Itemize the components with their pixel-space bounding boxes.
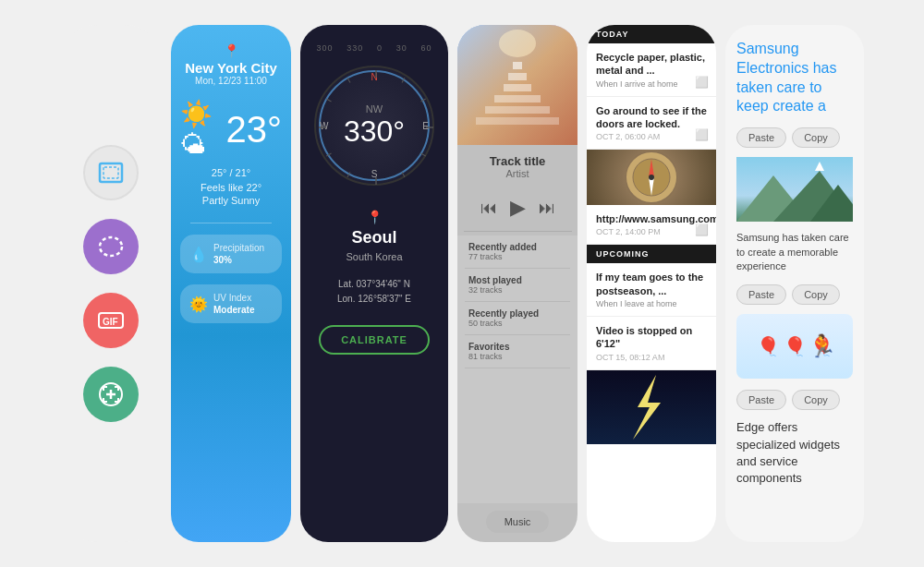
compass-city: Seoul <box>351 228 396 247</box>
svg-line-7 <box>402 78 405 82</box>
weather-main-display: ☀️🌤 23° <box>180 99 282 160</box>
weather-precipitation: 💧 Precipitation 30% <box>180 235 282 273</box>
edge-btn-row-3: Paste Copy <box>736 390 853 410</box>
compass-degrees-display: 330° <box>344 115 405 149</box>
music-playlist: Recently added 77 tracks Most played 32 … <box>457 235 578 503</box>
edge-mountain-image <box>736 157 853 222</box>
panel-compass: 300 330 0 30 60 N S E W NW 330° <box>300 25 448 542</box>
music-artist: Artist <box>457 168 578 179</box>
playlist-item-most-played[interactable]: Most played 32 tracks <box>465 269 570 302</box>
cal-item-2[interactable]: Go around to see if the doors are locked… <box>587 97 716 151</box>
uv-value: Moderate <box>213 304 254 316</box>
compass-latitude: Lat. 037°34'46" N <box>338 277 410 292</box>
compass-country: South Korea <box>346 251 402 262</box>
svg-rect-21 <box>494 95 541 103</box>
precipitation-label: Precipitation <box>213 242 264 254</box>
music-library-button[interactable]: Music <box>486 511 550 533</box>
svg-point-2 <box>100 237 122 256</box>
repeat-icon-1: ⬜ <box>695 76 709 89</box>
panel-music: Track title Artist ⏮ ▶ ⏭ Recently added … <box>457 25 578 542</box>
svg-rect-23 <box>508 73 527 80</box>
uv-label: UV Index <box>213 292 254 304</box>
oval-screenshot-button[interactable] <box>83 219 139 274</box>
svg-rect-22 <box>504 84 531 91</box>
compass-display: N S E W NW 330° <box>314 66 434 186</box>
compass-direction: NW <box>344 103 405 115</box>
album-art <box>457 25 578 145</box>
weather-icon: ☀️🌤 <box>180 99 223 160</box>
playlist-item-recently-added[interactable]: Recently added 77 tracks <box>465 235 570 269</box>
cal-compass-image <box>587 150 716 205</box>
svg-line-11 <box>402 172 405 176</box>
smart-select-button[interactable] <box>83 367 139 422</box>
svg-line-10 <box>420 153 425 156</box>
edge-btn-row-1: Paste Copy <box>736 127 853 148</box>
panel-calendar: TODAY Recycle paper, plastic, metal and … <box>587 25 716 542</box>
repeat-icon-3: ⬜ <box>695 223 709 236</box>
copy-button-1[interactable]: Copy <box>792 127 840 148</box>
panel-screenshot-tools: GIF <box>60 25 162 542</box>
compass-thumb <box>624 150 679 205</box>
calibrate-button[interactable]: CALIBRATE <box>319 325 430 355</box>
weather-divider <box>190 223 272 223</box>
mountain-svg <box>736 157 853 222</box>
weather-uv: 🌞 UV Index Moderate <box>180 284 282 323</box>
svg-rect-19 <box>476 117 559 125</box>
balloon-orange: 🎈 <box>784 335 807 357</box>
music-track-title: Track title <box>457 154 578 168</box>
gif-record-button[interactable]: GIF <box>83 293 139 348</box>
repeat-icon-2: ⬜ <box>695 128 709 141</box>
compass-outer-ring: N S E W NW 330° <box>314 66 434 186</box>
compass-longitude: Lon. 126°58'37" E <box>337 292 411 307</box>
compass-location-pin-icon: 📍 <box>367 210 383 224</box>
cal-item-3[interactable]: http://www.samsung.com OCT 2, 14:00 PM ⬜ <box>587 205 716 245</box>
weather-temp: 23° <box>226 109 283 151</box>
precipitation-value: 30% <box>213 254 264 266</box>
paste-button-2[interactable]: Paste <box>736 284 786 305</box>
music-divider <box>464 231 572 232</box>
cal-upcoming-1[interactable]: If my team goes to the postseason, ... W… <box>587 263 716 317</box>
svg-line-14 <box>326 153 331 156</box>
album-art-svg <box>457 25 578 145</box>
balloon-red: 🎈 <box>757 335 780 357</box>
precipitation-icon: 💧 <box>189 246 208 263</box>
svg-line-17 <box>347 78 350 82</box>
rect-screenshot-button[interactable] <box>83 145 139 200</box>
svg-line-13 <box>347 172 350 176</box>
edge-bottom-text: Edge offers specialized widgets and serv… <box>736 419 853 487</box>
lightning-svg <box>587 370 716 444</box>
panel-edge: Samsung Electronics has taken care to ke… <box>725 25 864 542</box>
playlist-item-recently-played[interactable]: Recently played 50 tracks <box>465 302 570 335</box>
copy-button-2[interactable]: Copy <box>792 284 840 305</box>
uv-icon: 🌞 <box>189 296 208 313</box>
svg-rect-24 <box>513 62 522 69</box>
location-pin-icon: 📍 <box>224 43 239 58</box>
edge-balloons-image: 🎈 🎈 🎈 🏃 <box>736 314 853 379</box>
cal-upcoming-2[interactable]: Video is stopped on 6'12" OCT 15, 08:12 … <box>587 317 716 370</box>
cal-lightning-image <box>587 370 716 444</box>
svg-rect-1 <box>103 167 118 178</box>
weather-temp-range: 25° / 21° <box>212 167 250 178</box>
weather-description: Partly Sunny <box>202 195 260 206</box>
main-container: GIF 📍 New York City Mon, 12/23 11:00 ☀️🌤… <box>9 11 915 556</box>
upcoming-header: UPCOMING <box>587 245 716 263</box>
weather-date: Mon, 12/23 11:00 <box>195 76 267 86</box>
cal-item-1[interactable]: Recycle paper, plastic, metal and ... Wh… <box>587 43 716 97</box>
svg-rect-20 <box>485 106 550 114</box>
music-play-button[interactable]: ▶ <box>510 196 526 220</box>
weather-feels-like: Feels like 22° <box>201 182 261 193</box>
edge-main-text: Samsung Electronics has taken care to ke… <box>736 40 853 116</box>
copy-button-3[interactable]: Copy <box>792 390 840 410</box>
playlist-item-favorites[interactable]: Favorites 81 tracks <box>465 335 570 368</box>
svg-point-30 <box>649 175 654 180</box>
music-prev-button[interactable]: ⏮ <box>480 199 497 218</box>
paste-button-3[interactable]: Paste <box>736 390 786 410</box>
svg-line-16 <box>326 99 331 102</box>
weather-city: New York City <box>185 60 276 76</box>
panel-weather: 📍 New York City Mon, 12/23 11:00 ☀️🌤 23°… <box>171 25 291 542</box>
svg-line-8 <box>420 99 425 102</box>
compass-center: NW 330° <box>344 103 405 149</box>
paste-button-1[interactable]: Paste <box>736 127 786 148</box>
today-header: TODAY <box>587 25 716 43</box>
music-next-button[interactable]: ⏭ <box>539 199 555 218</box>
